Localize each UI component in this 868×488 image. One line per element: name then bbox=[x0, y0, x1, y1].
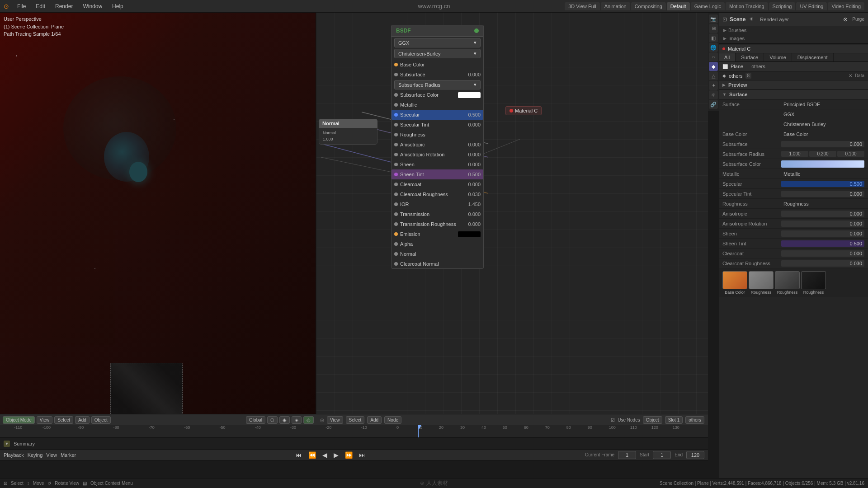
bsdf-subsurface-radius-select[interactable]: Subsurface Radius ▾ bbox=[394, 80, 481, 89]
ruler-minus40: -40 bbox=[255, 425, 261, 430]
rp-shader-icon: ◆ bbox=[722, 73, 726, 78]
bsdf-row-specular[interactable]: Specular 0.500 bbox=[392, 110, 483, 120]
node-others-btn[interactable]: others bbox=[685, 416, 704, 424]
play-forward-btn[interactable]: ⏩ bbox=[344, 451, 354, 459]
menu-render[interactable]: Render bbox=[53, 2, 75, 10]
rp-subsurface-color-swatch[interactable] bbox=[781, 160, 864, 168]
vi-data-icon[interactable]: △ bbox=[709, 71, 718, 80]
menu-edit[interactable]: Edit bbox=[34, 2, 47, 10]
jump-to-start-btn[interactable]: ⏮ bbox=[294, 451, 303, 459]
rp-tab-volume[interactable]: Volume bbox=[764, 53, 792, 61]
workspace-game-logic[interactable]: Game Logic bbox=[691, 2, 725, 10]
vp-solid-icon[interactable]: ◉ bbox=[279, 416, 290, 424]
rp-specular-val: 0.500 bbox=[781, 181, 864, 187]
rp-roughness-val: Roughness bbox=[781, 201, 864, 207]
rp-close-shader-btn[interactable]: ✕ bbox=[849, 73, 852, 78]
vi-constraints-icon[interactable]: 🔗 bbox=[709, 100, 718, 109]
viewport-area[interactable]: User Perspective (1) Scene Collection| P… bbox=[0, 13, 316, 438]
normal-map-node: Normal Normal 1.000 bbox=[319, 119, 377, 145]
rp-thumb-roughness1[interactable]: Roughness bbox=[749, 271, 774, 295]
workspace-motion-tracking[interactable]: Motion Tracking bbox=[726, 2, 768, 10]
surface-label: Surface bbox=[729, 92, 747, 97]
start-frame-counter[interactable]: 1 bbox=[653, 451, 671, 459]
rp-clearcoat-row: Clearcoat 0.000 bbox=[719, 249, 868, 258]
vp-object-mode-btn[interactable]: Object Mode bbox=[3, 416, 35, 424]
rp-purge-btn[interactable]: Purge bbox=[852, 17, 864, 22]
bsdf-row-normal: Normal bbox=[392, 249, 483, 259]
rp-filter-icon[interactable]: ⊗ bbox=[843, 16, 848, 23]
rp-tab-all[interactable]: All bbox=[719, 53, 736, 61]
bsdf-row-clearcoat: Clearcoat 0.000 bbox=[392, 179, 483, 189]
workspace-compositing[interactable]: Compositing bbox=[631, 2, 666, 10]
view-btn[interactable]: View bbox=[46, 452, 57, 458]
menu-file[interactable]: File bbox=[15, 2, 28, 10]
bsdf-ggx-select[interactable]: GGX ▾ bbox=[394, 38, 481, 47]
vp-view-btn[interactable]: View bbox=[37, 416, 53, 424]
rp-tab-surface[interactable]: Surface bbox=[736, 53, 764, 61]
node-slot-btn[interactable]: Slot 1 bbox=[665, 416, 683, 424]
rp-base-color-val: Base Color bbox=[781, 131, 864, 137]
vp-material-icon[interactable]: ◈ bbox=[292, 416, 302, 424]
keying-btn[interactable]: Keying bbox=[28, 452, 43, 458]
rp-surface-header[interactable]: ▼ Surface bbox=[719, 90, 868, 99]
vi-output-icon[interactable]: 🖥 bbox=[709, 24, 718, 33]
bsdf-row-sheen-tint[interactable]: Sheen Tint 0.500 bbox=[392, 169, 483, 179]
summary-icon: ▼ bbox=[4, 441, 10, 447]
node-object-btn[interactable]: Object bbox=[643, 416, 662, 424]
vi-view-layer-icon[interactable]: ◧ bbox=[709, 33, 718, 42]
end-frame-counter[interactable]: 120 bbox=[686, 451, 704, 459]
rp-tree-images[interactable]: ▶ Images bbox=[719, 34, 868, 42]
bsdf-label-subsurface-color: Subsurface Color bbox=[400, 92, 456, 98]
start-label: Start bbox=[640, 452, 649, 457]
next-keyframe-btn[interactable]: ⏭ bbox=[358, 451, 367, 459]
bsdf-swatch-emission[interactable] bbox=[458, 231, 481, 237]
node-node-btn[interactable]: Node bbox=[384, 416, 401, 424]
rp-thumb-base-color[interactable]: Base Color bbox=[722, 271, 747, 295]
current-frame-counter[interactable]: 1 bbox=[618, 451, 636, 459]
vi-physics-icon[interactable]: ⚛ bbox=[709, 90, 718, 99]
rp-tree-brushes[interactable]: ▶ Brushes bbox=[719, 26, 868, 34]
menu-help[interactable]: Help bbox=[110, 2, 125, 10]
workspace-3d-view-full[interactable]: 3D View Full bbox=[565, 2, 600, 10]
marker-btn[interactable]: Marker bbox=[61, 452, 76, 458]
vp-add-btn[interactable]: Add bbox=[75, 416, 90, 424]
rp-preview-header[interactable]: ▶ Preview bbox=[719, 80, 868, 90]
rp-thumb-roughness2[interactable]: Roughness bbox=[775, 271, 800, 295]
node-add-btn[interactable]: Add bbox=[367, 416, 382, 424]
workspace-default[interactable]: Default bbox=[667, 2, 690, 10]
vp-global-btn[interactable]: Global bbox=[246, 416, 265, 424]
ruler-minus100: -100 bbox=[42, 425, 51, 430]
vp-rendered-icon[interactable]: ◎ bbox=[303, 416, 314, 424]
bsdf-swatch-subsurface-color[interactable] bbox=[458, 92, 481, 98]
node-editor-toolbar: ◎ View Select Add Node ☑ Use Nodes Objec… bbox=[316, 414, 708, 426]
viewport-mode-label: User Perspective bbox=[4, 15, 64, 23]
bsdf-subsurface-method-select[interactable]: Christensen-Burley ▾ bbox=[394, 49, 481, 58]
vp-select-btn[interactable]: Select bbox=[54, 416, 73, 424]
workspace-video-editing[interactable]: Video Editing bbox=[828, 2, 864, 10]
vi-material-icon[interactable]: ◆ bbox=[709, 62, 718, 71]
workspace-animation[interactable]: Animation bbox=[601, 2, 630, 10]
vp-wireframe-icon[interactable]: ⬡ bbox=[267, 416, 278, 424]
vi-scene-icon[interactable]: 🌐 bbox=[709, 43, 718, 52]
menu-window[interactable]: Window bbox=[81, 2, 104, 10]
rp-surface-row: Surface Principled BSDF bbox=[719, 99, 868, 109]
node-view-btn[interactable]: View bbox=[327, 416, 343, 424]
playback-btn[interactable]: Playback bbox=[4, 452, 24, 458]
play-reverse-btn[interactable]: ◀ bbox=[321, 451, 329, 459]
rp-thumb-roughness3[interactable]: Roughness bbox=[801, 271, 826, 295]
node-editor-area[interactable]: Normal Normal 1.000 Displacement Displac… bbox=[316, 13, 708, 438]
timeline-area[interactable] bbox=[0, 460, 708, 471]
use-nodes-checkbox[interactable]: ☑ bbox=[611, 418, 615, 422]
workspace-scripting[interactable]: Scripting bbox=[769, 2, 796, 10]
vp-object-btn[interactable]: Object bbox=[91, 416, 111, 424]
vi-world-icon[interactable]: ○ bbox=[709, 52, 718, 61]
play-btn[interactable]: ▶ bbox=[332, 451, 340, 459]
rp-anisotropic-val: 0.000 bbox=[781, 211, 864, 217]
rp-tab-displacement[interactable]: Displacement bbox=[792, 53, 834, 61]
vi-particles-icon[interactable]: ✦ bbox=[709, 81, 718, 90]
vi-render-icon[interactable]: 📷 bbox=[709, 14, 718, 23]
rp-data-btn[interactable]: Data bbox=[855, 73, 864, 78]
prev-keyframe-btn[interactable]: ⏪ bbox=[307, 451, 317, 459]
node-select-btn[interactable]: Select bbox=[346, 416, 365, 424]
workspace-uv-editing[interactable]: UV Editing bbox=[796, 2, 827, 10]
